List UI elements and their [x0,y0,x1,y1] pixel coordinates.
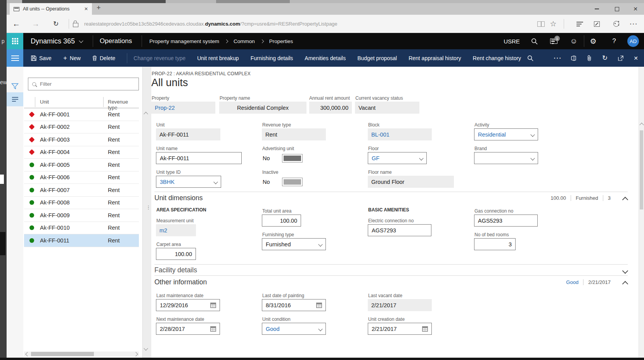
vertical-scrollbar[interactable] [639,67,644,358]
table-row[interactable]: Ak-FF-0004Rent [24,146,139,159]
brand-dropdown[interactable] [474,152,538,164]
browser-tab[interactable]: All units -- Operations ✕ [10,3,92,15]
last-painting-field[interactable]: 8/31/2016 [262,299,326,311]
expand-section-button[interactable] [620,267,630,275]
company-picker[interactable]: USRE [500,33,523,49]
back-button[interactable]: ← [10,15,23,33]
hub-button[interactable] [573,15,586,33]
activity-dropdown[interactable]: Residential [474,128,538,140]
budget-proposal-button[interactable]: Budget proposal [357,55,397,61]
table-row[interactable]: Ak-FF-0006Rent [24,171,139,184]
attachments-button[interactable] [583,49,596,67]
app-launcher-button[interactable] [7,33,23,49]
calendar-icon[interactable] [422,326,428,332]
electric-connection-field[interactable]: AGS7293 [368,224,431,236]
scroll-up-icon[interactable] [639,123,644,127]
section-title-facility-details[interactable]: Facility details [154,266,197,274]
amenities-details-button[interactable]: Amenities details [305,55,346,61]
calendar-icon[interactable] [210,326,216,332]
annual-rent-field[interactable]: 300,000.00 [309,102,352,114]
search-button[interactable] [527,33,541,49]
browser-more-button[interactable]: ··· [627,15,641,33]
table-row-selected[interactable]: Ak-FF-0011Rent [24,234,139,247]
refresh-button[interactable]: ↻ [49,15,62,33]
feedback-button[interactable]: 1 [547,33,561,49]
last-vacant-field[interactable]: 2/21/2017 [368,299,432,311]
brand-menu[interactable]: Dynamics 365 [31,33,83,49]
window-minimize-button[interactable] [589,5,605,13]
advertising-unit-toggle[interactable] [282,154,303,163]
action-more-button[interactable]: ··· [551,49,564,67]
unit-type-dropdown[interactable]: 3BHK [156,176,221,188]
filter-pane-button[interactable] [7,79,23,93]
delete-button[interactable]: Delete [92,55,115,61]
unit-field[interactable]: Ak-FF-0011 [156,128,220,140]
close-page-button[interactable]: ✕ [629,49,642,67]
calendar-icon[interactable] [316,303,322,308]
table-row[interactable]: Ak-FF-0002Rent [24,121,139,134]
section-title-other-information[interactable]: Other information [154,278,207,286]
vacancy-status-field[interactable]: Vacant [355,102,419,114]
table-row[interactable]: Ak-FF-0009Rent [24,209,139,222]
nav-menu-button[interactable] [7,49,23,67]
window-close-button[interactable]: ✕ [627,5,644,13]
last-maintenance-field[interactable]: 12/29/2016 [156,299,220,311]
scroll-left-icon[interactable] [25,352,29,356]
revenue-type-field[interactable]: Rent [262,128,326,140]
web-note-button[interactable] [590,15,603,33]
window-restore-button[interactable] [609,5,625,13]
collapse-section-button[interactable] [620,279,630,287]
table-row[interactable]: Ak-FF-0003Rent [24,133,139,146]
breadcrumb-page[interactable]: Properties [269,38,293,44]
section-title-unit-dimensions[interactable]: Unit dimensions [154,194,203,202]
avatar[interactable]: AD [627,35,639,47]
filter-input[interactable] [39,81,138,87]
settings-button[interactable]: ⚙ [586,33,600,49]
unit-creation-field[interactable]: 2/21/2017 [368,323,432,335]
scrollbar-thumb[interactable] [31,352,94,356]
unit-rent-breakup-button[interactable]: Unit rent breakup [197,55,239,61]
help-button[interactable]: ? [607,33,621,49]
total-unit-area-field[interactable]: 100.00 [262,215,301,227]
table-row[interactable]: Ak-FF-0001Rent [24,108,139,121]
table-row[interactable]: Ak-FF-0007Rent [24,184,139,197]
table-row[interactable]: Ak-FF-0008Rent [24,197,139,209]
measurement-unit-field[interactable]: m2 [156,224,196,236]
refresh-page-button[interactable]: ↻ [598,49,611,67]
next-maintenance-field[interactable]: 2/28/2017 [156,323,220,335]
share-button[interactable] [609,15,623,33]
reading-view-button[interactable] [534,15,547,33]
block-field[interactable]: BL-001 [368,128,432,140]
splitter-handle[interactable]: ⋮ [146,206,151,208]
action-search-button[interactable] [524,49,537,67]
carpet-area-field[interactable]: 100.00 [156,248,196,260]
breadcrumb-area[interactable]: Common [234,38,255,44]
scroll-down-icon[interactable] [144,346,148,350]
favorites-button[interactable]: ☆ [547,15,560,33]
scroll-up-icon[interactable] [144,112,148,116]
inactive-toggle[interactable] [282,178,303,186]
property-name-field[interactable]: Residential Complex [219,102,306,114]
table-row[interactable]: Ak-FF-0010Rent [24,222,139,235]
horizontal-scrollbar[interactable] [24,351,139,357]
scrollbar-thumb[interactable] [640,130,643,209]
column-header-unit[interactable]: Unit [40,99,49,105]
scroll-right-icon[interactable] [133,352,138,356]
gas-connection-field[interactable]: AGS5293 [474,215,538,227]
bedrooms-field[interactable]: 3 [474,238,516,250]
url-field[interactable]: realestateprodev1c05be13c5b2946cedevaos.… [84,15,338,33]
filter-box[interactable] [28,78,139,90]
save-button[interactable]: Save [31,55,52,61]
rent-appraisal-history-button[interactable]: Rent appraisal history [409,55,461,61]
office-button[interactable] [567,49,580,67]
unit-name-field[interactable]: Ak-FF-0011 [156,152,242,164]
tab-close-icon[interactable]: ✕ [84,6,88,12]
site-security[interactable] [68,15,83,33]
furnishing-type-dropdown[interactable]: Furnished [262,238,326,250]
furnishing-details-button[interactable]: Furnishing details [251,55,293,61]
rent-change-history-button[interactable]: Rent change history [473,55,521,61]
forward-button[interactable]: → [29,15,42,33]
table-row[interactable]: Ak-FF-0005Rent [24,159,139,171]
panel-splitter[interactable]: ⋮ [143,67,151,358]
new-tab-button[interactable]: + [97,4,101,12]
